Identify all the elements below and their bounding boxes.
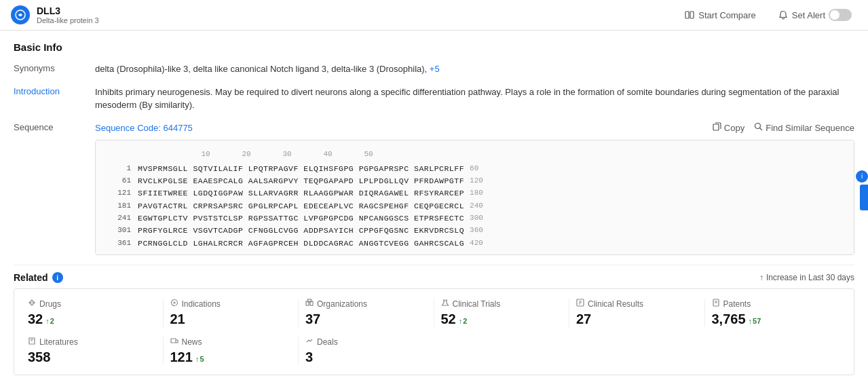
stat-value: 3,765 ↑57 (712, 311, 834, 327)
stat-label: Clinical Trials (441, 299, 563, 309)
sequence-line: 181PAVGTACTRL CRPRSAPSRC GPGLRPCAPL EDEC… (104, 200, 846, 212)
side-tab[interactable] (860, 185, 868, 210)
pill-icon (28, 299, 36, 309)
sequence-header: Sequence Code: 644775 Copy (95, 121, 854, 135)
sequence-actions: Copy Find Similar Sequence (713, 122, 854, 133)
up-arrow-icon: ↑ (759, 273, 763, 282)
stat-item[interactable]: Organizations 37 (299, 299, 434, 327)
stat-value: 21 (170, 311, 292, 327)
stat-label: Deals (305, 337, 428, 347)
seq-line-number: 241 (104, 212, 138, 225)
stat-value: 358 (28, 349, 156, 365)
stat-item[interactable]: Patents 3,765 ↑57 (705, 299, 841, 327)
seq-line-number: 301 (104, 225, 138, 237)
stat-label-text: Organizations (317, 299, 367, 309)
lit-icon (28, 337, 36, 347)
copy-icon (713, 122, 721, 133)
alert-toggle[interactable] (829, 9, 852, 21)
stat-item[interactable]: Clinical Results 27 (569, 299, 705, 327)
related-header: Related i ↑ Increase in Last 30 days (14, 265, 854, 288)
increase-label: Increase in Last 30 days (766, 273, 854, 282)
stat-label: Drugs (28, 299, 156, 309)
stat-value: 32 ↑2 (28, 311, 156, 327)
org-icon (305, 299, 314, 309)
copy-sequence-button[interactable]: Copy (713, 122, 744, 133)
stat-item[interactable]: News 121 ↑5 (164, 337, 299, 365)
stat-value: 52 ↑2 (441, 311, 563, 327)
related-label: Related (14, 272, 48, 283)
svg-rect-3 (713, 124, 719, 130)
seq-line-data: PRGFYGLRCE VSGVTCADGP CFNGGLCVGG ADDPSAY… (138, 225, 464, 237)
stat-item[interactable]: Literatures 358 (28, 337, 164, 365)
results-icon (576, 299, 584, 309)
stat-label-text: News (182, 337, 202, 347)
sequence-box[interactable]: 10 20 30 40 50 1MVSPRMSGLL SQTVILALIF LP… (95, 140, 854, 255)
deals-icon (305, 337, 314, 347)
stats-grid-row2: Literatures 358 News 121 ↑5 Deals 3 (28, 337, 840, 365)
sequence-lines: 1MVSPRMSGLL SQTVILALIF LPQTRPAGVF ELQIHS… (104, 163, 846, 250)
stat-value: 121 ↑5 (170, 349, 292, 365)
trials-icon (441, 299, 449, 309)
sequence-ruler: 10 20 30 40 50 (138, 149, 846, 160)
stat-label: Clinical Results (576, 299, 698, 309)
sequence-line: 241EGWTGPLCTV PVSTSTCLSP RGPSSATTGC LVPG… (104, 212, 846, 225)
stat-value: 37 (305, 311, 427, 327)
find-similar-icon (754, 122, 763, 133)
sequence-line: 301PRGFYGLRCE VSGVTCADGP CFNGGLCVGG ADDP… (104, 225, 846, 237)
stat-number: 32 (28, 311, 43, 327)
seq-line-end: 360 (470, 225, 483, 237)
find-similar-button[interactable]: Find Similar Sequence (754, 122, 854, 133)
stat-increase: ↑2 (459, 317, 468, 325)
start-compare-label: Start Compare (698, 10, 756, 20)
find-similar-label: Find Similar Sequence (766, 123, 854, 133)
stat-item[interactable]: Deals 3 (299, 337, 434, 365)
stat-label: Literatures (28, 337, 156, 347)
stat-number: 3 (305, 349, 313, 365)
compare-icon (684, 10, 695, 20)
stat-label-text: Clinical Results (588, 299, 643, 309)
increase-arrow-icon: ↑ (195, 355, 200, 363)
sequence-content: Sequence Code: 644775 Copy (95, 121, 854, 256)
seq-line-data: PCRNGGLCLD LGHALRCRCR AGFAGPRCEH DLDDCAG… (138, 238, 464, 250)
stat-item[interactable]: Clinical Trials 52 ↑2 (434, 299, 570, 327)
stat-label-text: Patents (723, 299, 751, 309)
stat-increase: ↑2 (45, 317, 54, 325)
seq-line-data: EGWTGPLCTV PVSTSTCLSP RGPSSATTGC LVPGPGP… (138, 212, 464, 225)
seq-line-end: 60 (470, 163, 478, 175)
sequence-line: 361PCRNGGLCLD LGHALRCRCR AGFAGPRCEH DLDD… (104, 238, 846, 250)
introduction-label: Introduction (14, 86, 95, 96)
related-title: Related i (14, 272, 63, 283)
seq-line-number: 1 (104, 163, 138, 175)
set-alert-button[interactable]: Set Alert (772, 6, 857, 24)
stat-item[interactable]: Indications 21 (164, 299, 299, 327)
seq-line-end: 420 (470, 238, 483, 250)
stat-label: Patents (712, 299, 834, 309)
main-content: Basic Info Synonyms delta (Drosophila)-l… (0, 31, 868, 378)
introduction-row: Introduction Inhibits primary neurogenes… (14, 86, 854, 112)
header-actions: Start Compare Set Alert (679, 6, 857, 24)
stat-label: Organizations (305, 299, 427, 309)
start-compare-button[interactable]: Start Compare (679, 7, 761, 23)
sequence-row: Sequence Sequence Code: 644775 Copy (14, 121, 854, 256)
increase-arrow-icon: ↑ (459, 317, 463, 325)
side-info-icon[interactable]: i (856, 170, 868, 183)
sequence-line: 121SFIIETWREE LGDQIGGPAW SLLARVAGRR RLAA… (104, 187, 846, 200)
seq-line-end: 240 (470, 200, 483, 212)
related-info-icon[interactable]: i (52, 272, 63, 283)
stat-item[interactable]: Drugs 32 ↑2 (28, 299, 164, 327)
introduction-link[interactable]: Introduction (14, 86, 60, 96)
seq-line-end: 120 (470, 175, 483, 187)
stat-label: Indications (170, 299, 292, 309)
seq-line-number: 361 (104, 238, 138, 250)
sequence-label: Sequence (14, 121, 95, 132)
patents-icon (712, 299, 720, 309)
basic-info-title: Basic Info (14, 41, 854, 53)
header-left: DLL3 Delta-like protein 3 (11, 5, 99, 24)
news-icon (170, 337, 178, 347)
seq-line-number: 61 (104, 175, 138, 187)
stat-label-text: Indications (182, 299, 221, 309)
sequence-code-link[interactable]: Sequence Code: 644775 (95, 121, 193, 135)
stat-label-text: Literatures (39, 337, 78, 347)
synonyms-more-link[interactable]: +5 (430, 64, 440, 74)
stat-number: 121 (170, 349, 193, 365)
